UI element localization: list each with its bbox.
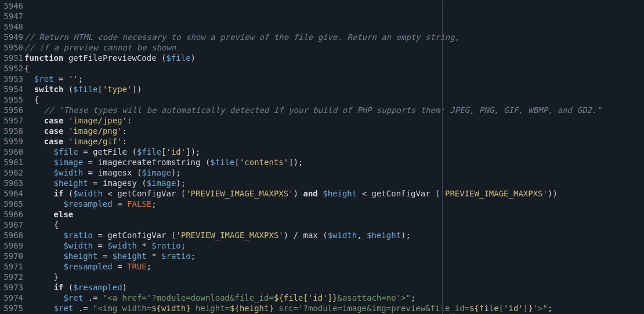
token: $height bbox=[367, 231, 401, 240]
code-line[interactable]: // if a preview cannot be shown bbox=[24, 42, 644, 53]
token: ; bbox=[151, 199, 156, 209]
indent bbox=[24, 272, 54, 282]
token: 'image/gif' bbox=[68, 137, 122, 146]
code-line[interactable]: $image = imagecreatefromstring ($file['c… bbox=[24, 157, 644, 167]
token: '' bbox=[68, 74, 78, 83]
token bbox=[63, 116, 68, 125]
line-number: 5956 bbox=[0, 105, 23, 115]
code-line[interactable]: case 'image/jpeg': bbox=[24, 115, 644, 126]
token: [ bbox=[161, 147, 166, 156]
token: &asattach=no'>" bbox=[337, 293, 410, 302]
code-line[interactable]: $height = $height * $ratio; bbox=[24, 251, 644, 261]
token: ( bbox=[157, 53, 167, 63]
line-number: 5966 bbox=[0, 209, 23, 220]
token: if bbox=[54, 189, 64, 198]
token: case bbox=[44, 116, 64, 125]
code-line[interactable]: $ret .= "<a href='?module=download&file_… bbox=[24, 293, 644, 303]
indent bbox=[24, 147, 54, 156]
token bbox=[63, 53, 68, 63]
token: imagesy bbox=[103, 178, 137, 188]
code-line[interactable]: $resampled = TRUE; bbox=[24, 261, 644, 272]
token: '>" bbox=[533, 304, 548, 313]
token: 'image/png' bbox=[68, 126, 122, 136]
code-line[interactable]: } bbox=[24, 272, 644, 282]
code-line[interactable]: $width = imagesx ($image); bbox=[24, 167, 644, 178]
token bbox=[63, 137, 68, 146]
token: TRUE bbox=[127, 262, 147, 271]
token: getFilePreviewCode bbox=[68, 53, 157, 63]
code-line[interactable]: if ($resampled) bbox=[24, 282, 644, 293]
token: = bbox=[88, 178, 103, 188]
token: ( bbox=[430, 189, 440, 198]
line-number: 5953 bbox=[0, 74, 23, 84]
token: ( bbox=[176, 189, 186, 198]
code-line[interactable]: $ret = ''; bbox=[24, 74, 644, 84]
token: = bbox=[54, 74, 68, 83]
token: 'image/jpeg' bbox=[68, 116, 127, 125]
line-number: 5949 bbox=[0, 32, 23, 42]
token: $height bbox=[63, 251, 97, 261]
token: $image bbox=[147, 178, 176, 188]
token: : bbox=[127, 116, 132, 125]
indent bbox=[24, 178, 54, 188]
token: getConfigVar bbox=[372, 189, 430, 198]
line-number: 5952 bbox=[0, 63, 23, 74]
code-line[interactable]: // Return HTML code necessary to show a … bbox=[24, 32, 644, 42]
token: ${height} bbox=[230, 304, 274, 313]
token: $width bbox=[63, 241, 93, 250]
indent bbox=[24, 220, 54, 229]
token: = bbox=[83, 168, 97, 177]
line-number: 5948 bbox=[0, 21, 23, 32]
code-line[interactable]: { bbox=[24, 94, 644, 105]
token: 'PREVIEW_IMAGE_MAXPXS' bbox=[176, 231, 283, 240]
token: $ret bbox=[63, 293, 83, 302]
code-area[interactable]: // Return HTML code necessary to show a … bbox=[24, 1, 644, 314]
token: [ bbox=[97, 85, 102, 94]
code-line[interactable]: // "These types will be automatically de… bbox=[24, 105, 644, 115]
indent bbox=[24, 74, 34, 83]
token: $ratio bbox=[63, 231, 93, 240]
line-number: 5961 bbox=[0, 157, 23, 167]
code-line[interactable]: { bbox=[24, 220, 644, 230]
indent bbox=[24, 251, 63, 261]
token: ); bbox=[176, 178, 186, 188]
token: = bbox=[113, 199, 127, 209]
token: // Return HTML code necessary to show a … bbox=[24, 32, 460, 42]
indent bbox=[24, 168, 54, 177]
code-line[interactable]: $ret .= "<img width=${width} height=${he… bbox=[24, 303, 644, 313]
line-number: 5970 bbox=[0, 251, 23, 261]
code-line[interactable]: case 'image/gif': bbox=[24, 136, 644, 147]
indent bbox=[24, 262, 63, 271]
line-number: 5947 bbox=[0, 11, 23, 21]
line-number: 5972 bbox=[0, 272, 23, 282]
code-line[interactable]: $ratio = getConfigVar ('PREVIEW_IMAGE_MA… bbox=[24, 230, 644, 240]
token: height= bbox=[191, 304, 230, 313]
code-editor[interactable]: 5946594759485949595059515952595359545955… bbox=[0, 0, 644, 314]
indent bbox=[24, 116, 44, 125]
token: "<img width= bbox=[93, 304, 151, 313]
token: ) bbox=[294, 189, 303, 198]
code-line[interactable]: if ($width < getConfigVar ('PREVIEW_IMAG… bbox=[24, 188, 644, 199]
line-number: 5950 bbox=[0, 42, 23, 53]
code-line[interactable]: function getFilePreviewCode ($file) bbox=[24, 53, 644, 63]
token: $ret bbox=[54, 304, 74, 313]
code-line[interactable]: else bbox=[24, 209, 644, 220]
code-line[interactable]: $width = $width * $ratio; bbox=[24, 240, 644, 251]
code-line[interactable]: switch ($file['type']) bbox=[24, 84, 644, 94]
indent bbox=[24, 283, 54, 292]
code-line[interactable]: $height = imagesy ($image); bbox=[24, 178, 644, 188]
code-line[interactable]: { bbox=[24, 63, 644, 74]
line-number: 5959 bbox=[0, 136, 23, 147]
code-line[interactable]: $resampled = FALSE; bbox=[24, 199, 644, 209]
line-number: 5958 bbox=[0, 126, 23, 136]
indent bbox=[24, 199, 63, 209]
token: getConfigVar bbox=[107, 231, 166, 240]
token: $height bbox=[323, 189, 357, 198]
code-line[interactable]: $file = getFile ($file['id']); bbox=[24, 147, 644, 157]
token: "<a href='?module=download&file_id= bbox=[103, 293, 274, 302]
token: $width bbox=[107, 241, 137, 250]
code-line[interactable]: case 'image/png': bbox=[24, 126, 644, 136]
token: imagecreatefromstring bbox=[97, 158, 200, 167]
token: getConfigVar bbox=[117, 189, 176, 198]
token: ( bbox=[318, 231, 328, 240]
